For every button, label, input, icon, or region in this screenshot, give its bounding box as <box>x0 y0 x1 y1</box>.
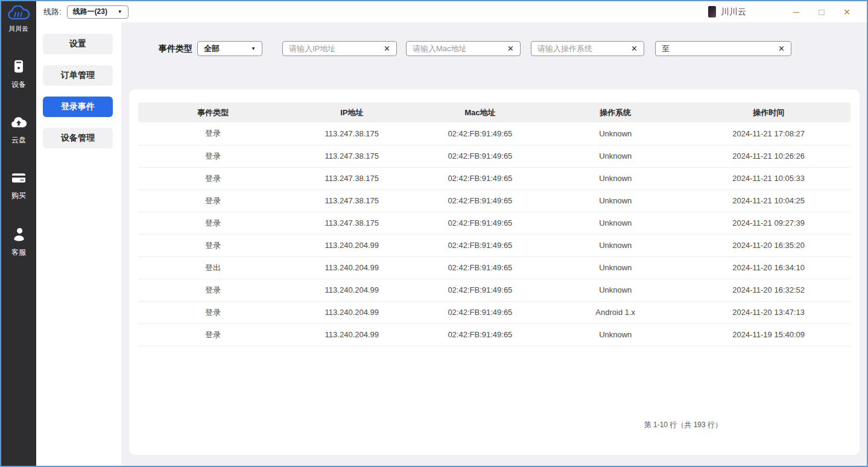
app-taskbar-icon <box>708 6 716 17</box>
table-row: 登录113.247.38.17502:42:FB:91:49:65Unknown… <box>138 122 851 145</box>
table-row: 登出113.240.204.9902:42:FB:91:49:65Unknown… <box>138 256 851 279</box>
table-cell: 2024-11-19 15:40:09 <box>686 323 851 346</box>
table-cell: 02:42:FB:91:49:65 <box>416 145 545 167</box>
table-row: 登录113.247.38.17502:42:FB:91:49:65Unknown… <box>138 167 851 189</box>
table-cell: 02:42:FB:91:49:65 <box>416 234 545 256</box>
table-cell: 113.247.38.175 <box>288 122 416 145</box>
device-icon <box>11 59 27 77</box>
line-label: 线路: <box>43 7 62 17</box>
logo-text: 川川云 <box>9 25 29 33</box>
maximize-button[interactable]: □ <box>809 3 834 21</box>
main-column: 线路: 线路一(23) ▼ 川川云 ─ □ ✕ 设置 订单管理 登录事件 <box>36 1 867 466</box>
chevron-down-icon: ▼ <box>251 46 256 51</box>
table-cell: Unknown <box>544 145 686 167</box>
table-cell: Unknown <box>544 167 686 189</box>
table-cell: 113.247.38.175 <box>288 212 416 234</box>
window-title: 川川云 <box>721 7 746 17</box>
table-cell: 113.247.38.175 <box>288 189 416 212</box>
table-cell: 登录 <box>138 189 288 212</box>
table-cell: 113.240.204.99 <box>288 301 416 323</box>
col-mac: Mac地址 <box>416 103 545 122</box>
table-cell: 2024-11-20 13:47:13 <box>686 301 851 323</box>
date-range-field[interactable]: 至 ✕ <box>655 41 791 56</box>
title-bar-right: 川川云 ─ □ ✕ <box>708 3 867 21</box>
table-cell: 2024-11-20 16:32:52 <box>686 279 851 301</box>
os-input[interactable] <box>531 44 629 53</box>
window-controls: ─ □ ✕ <box>784 3 860 21</box>
body-row: 设置 订单管理 登录事件 设备管理 事件类型 全部 ▼ ✕ <box>36 22 867 466</box>
chevron-down-icon: ▼ <box>118 10 122 14</box>
rail-item-label: 设备 <box>11 80 26 90</box>
table-cell: 登出 <box>138 256 288 279</box>
minimize-button[interactable]: ─ <box>784 3 809 21</box>
table-cell: 113.240.204.99 <box>288 323 416 346</box>
table-cell: 02:42:FB:91:49:65 <box>416 279 545 301</box>
menu-item-login-events[interactable]: 登录事件 <box>43 97 113 117</box>
table-cell: Unknown <box>544 323 686 346</box>
ip-input[interactable] <box>283 44 381 53</box>
table-cell: 登录 <box>138 212 288 234</box>
support-person-icon <box>11 226 27 244</box>
mac-filter-field: ✕ <box>406 41 521 56</box>
table-body: 登录113.247.38.17502:42:FB:91:49:65Unknown… <box>138 122 851 346</box>
side-menu: 设置 订单管理 登录事件 设备管理 <box>36 22 121 466</box>
purchase-card-icon <box>10 171 27 188</box>
clear-os-icon[interactable]: ✕ <box>629 44 644 53</box>
rail-item-label: 云盘 <box>11 135 26 145</box>
menu-item-settings[interactable]: 设置 <box>43 34 113 54</box>
table-row: 登录113.240.204.9902:42:FB:91:49:65Unknown… <box>138 279 851 301</box>
clear-date-icon[interactable]: ✕ <box>776 44 791 53</box>
table-cell: 2024-11-21 09:27:39 <box>686 212 851 234</box>
line-select[interactable]: 线路一(23) ▼ <box>67 5 128 19</box>
event-type-label: 事件类型 <box>159 43 192 54</box>
rail-item-device[interactable]: 设备 <box>11 59 27 90</box>
table-cell: 02:42:FB:91:49:65 <box>416 122 545 145</box>
table-cell: 02:42:FB:91:49:65 <box>416 301 545 323</box>
event-type-select[interactable]: 全部 ▼ <box>197 41 262 56</box>
table-row: 登录113.247.38.17502:42:FB:91:49:65Unknown… <box>138 212 851 234</box>
table-cell: 登录 <box>138 279 288 301</box>
icon-rail: 川川云 设备 云盘 <box>1 1 36 466</box>
clear-ip-icon[interactable]: ✕ <box>381 44 396 53</box>
close-button[interactable]: ✕ <box>834 3 860 21</box>
menu-item-orders[interactable]: 订单管理 <box>43 65 113 86</box>
table-cell: Android 1.x <box>544 301 686 323</box>
table-cell: 2024-11-21 10:04:25 <box>686 189 851 212</box>
rail-item-cloud-disk[interactable]: 云盘 <box>10 115 27 145</box>
table-cell: 2024-11-21 10:26:26 <box>686 145 851 167</box>
table-cell: 113.240.204.99 <box>288 279 416 301</box>
col-event-type: 事件类型 <box>138 103 288 122</box>
table-cell: 2024-11-20 16:35:20 <box>686 234 851 256</box>
app-window: 川川云 设备 云盘 <box>0 0 868 467</box>
table-cell: Unknown <box>544 122 686 145</box>
table-cell: Unknown <box>544 256 686 279</box>
line-select-value: 线路一(23) <box>73 7 107 17</box>
table-row: 登录113.247.38.17502:42:FB:91:49:65Unknown… <box>138 189 851 212</box>
col-ip: IP地址 <box>288 103 416 122</box>
table-cell: Unknown <box>544 212 686 234</box>
table-row: 登录113.240.204.9902:42:FB:91:49:65Unknown… <box>138 234 851 256</box>
events-card: 事件类型 IP地址 Mac地址 操作系统 操作时间 登录113.247.38.1… <box>129 89 860 455</box>
ip-filter-field: ✕ <box>282 41 397 56</box>
table-cell: Unknown <box>544 234 686 256</box>
table-cell: 2024-11-21 17:08:27 <box>686 122 851 145</box>
table-cell: 02:42:FB:91:49:65 <box>416 256 545 279</box>
table-cell: 02:42:FB:91:49:65 <box>416 212 545 234</box>
table-cell: 02:42:FB:91:49:65 <box>416 323 545 346</box>
table-cell: 113.240.204.99 <box>288 256 416 279</box>
rail-item-purchase[interactable]: 购买 <box>10 171 27 201</box>
table-row: 登录113.247.38.17502:42:FB:91:49:65Unknown… <box>138 145 851 167</box>
table-cell: Unknown <box>544 189 686 212</box>
event-type-value: 全部 <box>204 43 220 54</box>
table-cell: 2024-11-20 16:34:10 <box>686 256 851 279</box>
table-header-row: 事件类型 IP地址 Mac地址 操作系统 操作时间 <box>138 103 851 122</box>
table-row: 登录113.240.204.9902:42:FB:91:49:65Android… <box>138 301 851 323</box>
menu-item-device-management[interactable]: 设备管理 <box>43 128 113 148</box>
mac-input[interactable] <box>407 44 505 53</box>
rail-item-support[interactable]: 客服 <box>11 226 27 258</box>
table-cell: 登录 <box>138 323 288 346</box>
rail-item-label: 购买 <box>11 191 26 201</box>
clear-mac-icon[interactable]: ✕ <box>505 44 520 53</box>
table-row: 登录113.240.204.9902:42:FB:91:49:65Unknown… <box>138 323 851 346</box>
pagination-status: 第 1-10 行（共 193 行） <box>138 420 851 430</box>
